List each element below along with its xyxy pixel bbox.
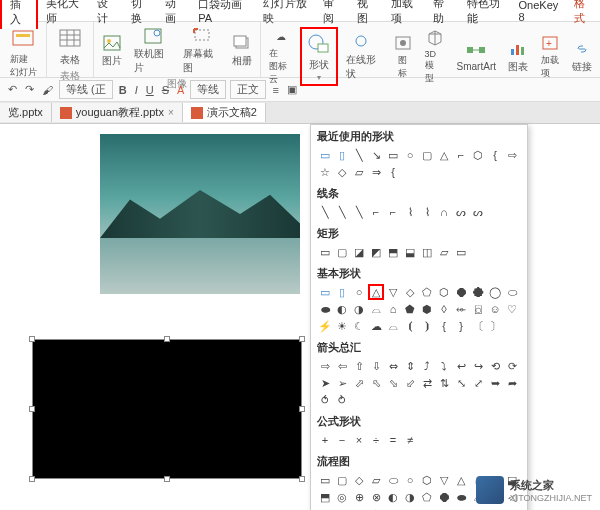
b8-icon[interactable]: ⬡ xyxy=(436,284,452,300)
a2-icon[interactable]: ⇦ xyxy=(334,358,350,374)
b3-icon[interactable]: ○ xyxy=(351,284,367,300)
a21-icon[interactable]: ⤡ xyxy=(453,375,469,391)
font-selector[interactable]: 等线 (正 xyxy=(59,80,113,99)
rect2-icon[interactable]: ▢ xyxy=(334,244,350,260)
fc14-icon[interactable]: ◎ xyxy=(334,489,350,505)
a23-icon[interactable]: ➥ xyxy=(487,375,503,391)
shape-curly-icon[interactable]: { xyxy=(385,164,401,180)
shape-textbox2-icon[interactable]: ▯ xyxy=(334,147,350,163)
shape-oval-icon[interactable]: ○ xyxy=(402,147,418,163)
a5-icon[interactable]: ⇔ xyxy=(385,358,401,374)
tab-onekey[interactable]: OneKey 8 xyxy=(511,0,567,25)
f2-icon[interactable]: − xyxy=(334,432,350,448)
fc17-icon[interactable]: ◐ xyxy=(385,489,401,505)
b22-icon[interactable]: ⌼ xyxy=(470,301,486,317)
line3-icon[interactable]: ╲ xyxy=(351,204,367,220)
fc25-icon[interactable]: ⬰ xyxy=(317,506,333,510)
icon-library-button[interactable]: ☁在图标云 xyxy=(265,24,296,88)
b13-icon[interactable]: ⬬ xyxy=(317,301,333,317)
addin-button[interactable]: +加载项 xyxy=(536,31,564,82)
rect4-icon[interactable]: ◩ xyxy=(368,244,384,260)
file-tab-2[interactable]: youguan教程.pptx× xyxy=(52,103,183,122)
text-style-selector[interactable]: 正文 xyxy=(230,80,266,99)
rect3-icon[interactable]: ◪ xyxy=(351,244,367,260)
b25-icon[interactable]: ⚡ xyxy=(317,318,333,334)
b26-icon[interactable]: ☀ xyxy=(334,318,350,334)
fc26-icon[interactable]: ⌼ xyxy=(334,506,350,510)
b23-icon[interactable]: ☺ xyxy=(487,301,503,317)
a25-icon[interactable]: ⥀ xyxy=(317,392,333,408)
format-painter-icon[interactable]: 🖌 xyxy=(40,83,55,97)
redo-icon[interactable]: ↷ xyxy=(23,82,36,97)
fc19-icon[interactable]: ⬠ xyxy=(419,489,435,505)
b20-icon[interactable]: ◊ xyxy=(436,301,452,317)
a20-icon[interactable]: ⇅ xyxy=(436,375,452,391)
a18-icon[interactable]: ⬃ xyxy=(402,375,418,391)
line2-icon[interactable]: ╲ xyxy=(334,204,350,220)
b24-icon[interactable]: ♡ xyxy=(504,301,520,317)
rect1-icon[interactable]: ▭ xyxy=(317,244,333,260)
new-slide-button[interactable]: 新建幻灯片 xyxy=(4,24,42,81)
shape-rect-icon[interactable]: ▭ xyxy=(385,147,401,163)
line7-icon[interactable]: ⌇ xyxy=(419,204,435,220)
shape-connector-icon[interactable]: ⌐ xyxy=(453,147,469,163)
a8-icon[interactable]: ⤵ xyxy=(436,358,452,374)
b16-icon[interactable]: ⌓ xyxy=(368,301,384,317)
bold-button[interactable]: B xyxy=(117,83,129,97)
shape-hex-icon[interactable]: ⬡ xyxy=(470,147,486,163)
b7-icon[interactable]: ⬠ xyxy=(419,284,435,300)
3d-model-button[interactable]: 3D 模型 xyxy=(421,26,449,87)
fc16-icon[interactable]: ⊗ xyxy=(368,489,384,505)
selected-rectangle[interactable] xyxy=(32,339,302,479)
fc13-icon[interactable]: ⬒ xyxy=(317,489,333,505)
screenshot-button[interactable]: 屏幕截图 xyxy=(179,24,224,77)
fill-color-icon[interactable]: ▣ xyxy=(285,82,299,97)
line6-icon[interactable]: ⌇ xyxy=(402,204,418,220)
a19-icon[interactable]: ⇄ xyxy=(419,375,435,391)
underline-button[interactable]: U xyxy=(144,83,156,97)
b27-icon[interactable]: ☾ xyxy=(351,318,367,334)
a15-icon[interactable]: ⬀ xyxy=(351,375,367,391)
fc9-icon[interactable]: △ xyxy=(453,472,469,488)
f6-icon[interactable]: ≠ xyxy=(402,432,418,448)
a14-icon[interactable]: ➢ xyxy=(334,375,350,391)
a22-icon[interactable]: ⤢ xyxy=(470,375,486,391)
online-pictures-button[interactable]: 联机图片 xyxy=(130,24,175,77)
b33-icon[interactable]: } xyxy=(453,318,469,334)
b21-icon[interactable]: ⬰ xyxy=(453,301,469,317)
f1-icon[interactable]: + xyxy=(317,432,333,448)
a12-icon[interactable]: ⟳ xyxy=(504,358,520,374)
a13-icon[interactable]: ➤ xyxy=(317,375,333,391)
b1-icon[interactable]: ▭ xyxy=(317,284,333,300)
align-icon[interactable]: ≡ xyxy=(270,83,280,97)
b18-icon[interactable]: ⬟ xyxy=(402,301,418,317)
a6-icon[interactable]: ⇕ xyxy=(402,358,418,374)
shape-diamond-icon[interactable]: ◇ xyxy=(334,164,350,180)
line10-icon[interactable]: ᔕ xyxy=(470,204,486,220)
b34-icon[interactable]: 〔 xyxy=(470,318,486,334)
undo-icon[interactable]: ↶ xyxy=(6,82,19,97)
f4-icon[interactable]: ÷ xyxy=(368,432,384,448)
b30-icon[interactable]: ⦗ xyxy=(402,318,418,334)
b10-icon[interactable]: ⯄ xyxy=(470,284,486,300)
font-color-button[interactable]: A xyxy=(175,83,186,97)
smartart-button[interactable]: SmartArt xyxy=(453,38,500,74)
line9-icon[interactable]: ᔕ xyxy=(453,204,469,220)
a10-icon[interactable]: ↪ xyxy=(470,358,486,374)
line4-icon[interactable]: ⌐ xyxy=(368,204,384,220)
fc18-icon[interactable]: ◑ xyxy=(402,489,418,505)
icons-button[interactable]: 图标 xyxy=(389,31,417,82)
file-tab-3[interactable]: 演示文稿2 xyxy=(183,103,266,122)
shape-rounded-icon[interactable]: ▢ xyxy=(419,147,435,163)
rect8-icon[interactable]: ▱ xyxy=(436,244,452,260)
fc15-icon[interactable]: ⊕ xyxy=(351,489,367,505)
a11-icon[interactable]: ⟲ xyxy=(487,358,503,374)
shape-para-icon[interactable]: ▱ xyxy=(351,164,367,180)
shape-triangle-icon[interactable]: △ xyxy=(436,147,452,163)
b12-icon[interactable]: ⬭ xyxy=(504,284,520,300)
fc1-icon[interactable]: ▭ xyxy=(317,472,333,488)
a16-icon[interactable]: ⬁ xyxy=(368,375,384,391)
a1-icon[interactable]: ⇨ xyxy=(317,358,333,374)
b6-icon[interactable]: ◇ xyxy=(402,284,418,300)
pictures-button[interactable]: 图片 xyxy=(98,31,126,70)
